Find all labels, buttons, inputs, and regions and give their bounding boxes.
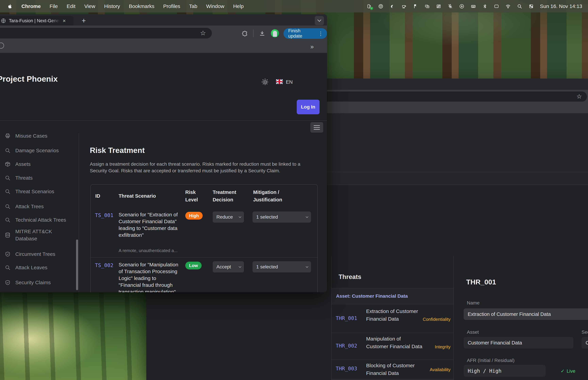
menu-item-bookmarks[interactable]: Bookmarks: [129, 3, 154, 9]
sidebar-item-assets[interactable]: Assets: [5, 161, 31, 167]
language-selector[interactable]: EN: [286, 79, 293, 85]
sidebar-item-misuse-cases[interactable]: Misuse Cases: [5, 133, 47, 139]
tab-search-chevron-button[interactable]: [315, 16, 324, 25]
security-property-field[interactable]: Co: [582, 337, 588, 348]
menu-item-edit[interactable]: Edit: [67, 3, 76, 9]
control-center-icon[interactable]: [528, 3, 534, 9]
menu-item-file[interactable]: File: [50, 3, 58, 9]
menu-item-history[interactable]: History: [104, 3, 120, 9]
afr-label: AFR (Initial / Residual): [467, 358, 514, 363]
page-title: Project Phoenix: [0, 74, 58, 83]
printer-icon: [5, 133, 11, 139]
sidebar-item-attack-leaves[interactable]: Attack Leaves: [5, 265, 47, 270]
menu-item-profiles[interactable]: Profiles: [163, 3, 180, 9]
threat-detail-heading: THR_001: [466, 278, 496, 286]
shield-check-icon: [5, 280, 11, 285]
apple-logo-icon[interactable]: [7, 3, 13, 9]
mic-muted-icon[interactable]: [447, 3, 453, 9]
sidebar-item-threats[interactable]: Threats: [5, 175, 33, 181]
bookmarks-overflow-icon[interactable]: »: [310, 43, 314, 50]
cube-icon: [5, 161, 11, 167]
uk-flag-icon[interactable]: [276, 79, 283, 84]
asset-label: Asset: [467, 329, 479, 335]
wifi-icon[interactable]: [505, 3, 511, 9]
database-icon: [5, 232, 11, 238]
close-icon[interactable]: ×: [63, 18, 66, 23]
divider: [454, 256, 454, 380]
divider: [0, 120, 327, 121]
column-header-threat-scenario: Threat Scenario: [119, 192, 156, 200]
bluetooth-icon[interactable]: [482, 3, 488, 9]
page-content: Project Phoenix EN Log In Misuse Cases D…: [0, 53, 327, 292]
displays-icon[interactable]: [424, 3, 430, 9]
kebab-menu-icon[interactable]: ⋮: [318, 31, 323, 37]
search-icon: [5, 217, 11, 223]
section-heading: Risk Treatment: [90, 146, 145, 155]
menu-item-help[interactable]: Help: [233, 3, 244, 9]
browser-window-front: × Tara-Fusion | Next-Generation × + ☆ Fi…: [0, 14, 327, 292]
security-property-label: Sec: [582, 329, 588, 335]
search-icon: [5, 189, 11, 194]
globe-favicon: [1, 18, 6, 23]
display-icon[interactable]: [493, 3, 499, 9]
bookmark-star-icon[interactable]: ☆: [576, 93, 582, 100]
sidebar-item-threat-scenarios[interactable]: Threat Scenarios: [5, 189, 54, 194]
sidebar-item-security-claims[interactable]: Security Claims: [5, 280, 51, 285]
sidebar-item-circumvent-trees[interactable]: Circumvent Trees: [5, 251, 55, 257]
risk-badge-low: Low: [185, 262, 202, 269]
sidebar-item-mitre-attck-database[interactable]: MITRE ATT&CK Database: [5, 228, 65, 242]
search-icon[interactable]: [517, 3, 523, 9]
chevron-down-icon: [239, 215, 241, 218]
sidebar-item-damage-scenarios[interactable]: Damage Scenarios: [5, 148, 59, 153]
treatment-decision-select[interactable]: Reduce: [213, 211, 244, 223]
section-description: Assign a treatment decision for each thr…: [90, 161, 319, 174]
new-tab-button[interactable]: +: [82, 17, 86, 24]
divider: [332, 333, 454, 333]
chevron-down-icon: [239, 265, 241, 268]
asset-field[interactable]: Customer Financial Data: [464, 337, 573, 348]
bookmarks-bar: [0, 41, 327, 53]
menu-item-tab[interactable]: Tab: [189, 3, 197, 9]
menu-bar-clock[interactable]: Sun 16. Nov 14:13: [540, 3, 582, 9]
tab-tara-fusion[interactable]: Tara-Fusion | Next-Generation ×: [0, 16, 74, 25]
column-header-treatment-decision: Treatment Decision: [213, 189, 243, 203]
chevron-down-icon: [306, 215, 308, 218]
divider: [253, 30, 253, 37]
login-button[interactable]: Log In: [297, 100, 320, 114]
desktop-wallpaper-forest-bottom: [0, 289, 150, 380]
flag-icon[interactable]: [413, 3, 418, 9]
download-icon[interactable]: [259, 30, 266, 37]
play-circle-icon[interactable]: [459, 3, 465, 9]
camera-icon[interactable]: [436, 3, 441, 9]
cup-icon[interactable]: [401, 3, 407, 9]
mitigation-select[interactable]: 1 selected: [252, 211, 311, 223]
address-bar[interactable]: [0, 28, 212, 38]
hamburger-menu-button[interactable]: [310, 122, 323, 133]
asset-group-header: Asset: Transaction Processing Logic: [332, 379, 454, 380]
app-check-icon[interactable]: ✓: [366, 3, 372, 9]
treatment-decision-select[interactable]: Accept: [213, 261, 244, 272]
menu-item-window[interactable]: Window: [206, 3, 224, 9]
sidebar-item-attack-trees[interactable]: Attack Trees: [5, 204, 44, 209]
risk-treatment-table: ID Threat Scenario Risk Level Treatment …: [90, 184, 318, 292]
live-status-badge: ✓ Live: [561, 368, 575, 374]
column-header-mitigation: Mitigation / Justification: [253, 189, 293, 203]
sidebar-item-technical-attack-trees[interactable]: Technical Attack Trees: [5, 217, 66, 223]
name-field[interactable]: Extraction of Customer Financial Data: [464, 308, 588, 320]
search-icon: [5, 148, 11, 153]
mitigation-select[interactable]: 1 selected: [252, 261, 311, 272]
tab-strip: × Tara-Fusion | Next-Generation × +: [0, 14, 327, 25]
shield-icon[interactable]: [378, 3, 384, 9]
menu-item-view[interactable]: View: [84, 3, 95, 9]
swirl-icon[interactable]: [389, 3, 395, 9]
keyboard-icon[interactable]: [471, 3, 476, 9]
divider: [332, 360, 454, 360]
finish-update-button[interactable]: Finish update ⋮: [284, 28, 327, 39]
menu-item-chrome[interactable]: Chrome: [21, 3, 41, 9]
theme-toggle-sun-icon[interactable]: [261, 78, 269, 86]
chevron-down-icon: [306, 265, 308, 268]
profile-avatar[interactable]: [271, 29, 279, 38]
extensions-icon[interactable]: [242, 30, 248, 37]
bookmark-star-icon[interactable]: ☆: [200, 29, 206, 37]
sidebar-scrollbar[interactable]: [76, 240, 78, 290]
